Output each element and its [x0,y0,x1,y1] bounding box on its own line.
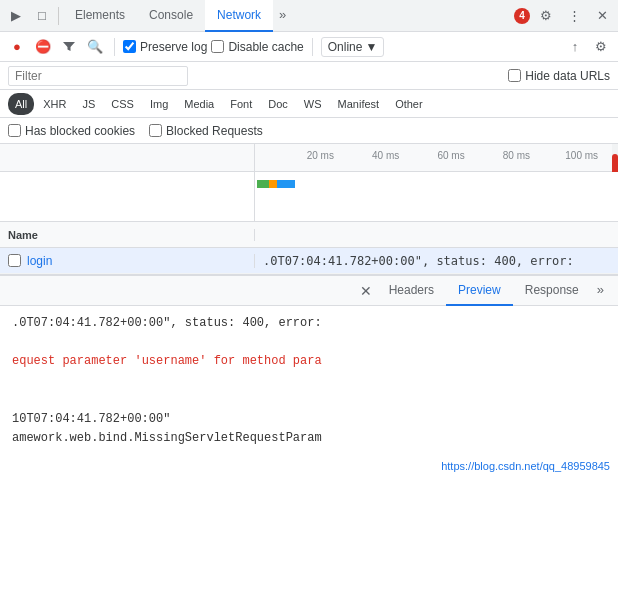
timeline-track: 20 ms 40 ms 60 ms 80 ms 100 ms [255,144,618,171]
tick-80ms: 80 ms [503,150,530,161]
tick-40ms: 40 ms [372,150,399,161]
scrollbar-indicator[interactable] [612,144,618,171]
type-filter-row: All XHR JS CSS Img Media Font Doc WS Man… [0,90,618,118]
preserve-log-label[interactable]: Preserve log [123,40,207,54]
preserve-log-checkbox[interactable] [123,40,136,53]
preview-line-3: equest parameter 'username' for method p… [12,352,606,371]
toolbar: ● ⛔ 🔍 Preserve log Disable cache Online … [0,32,618,62]
disable-cache-checkbox[interactable] [211,40,224,53]
tab-more[interactable]: » [273,0,292,32]
type-btn-all[interactable]: All [8,93,34,115]
inspect-icon[interactable]: □ [30,4,54,28]
detail-panel: ✕ Headers Preview Response » .0T07:04:41… [0,274,618,476]
detail-tab-response[interactable]: Response [513,276,591,306]
preview-line-2 [12,333,606,352]
blocked-requests-text: Blocked Requests [166,124,263,138]
tab-console[interactable]: Console [137,0,205,32]
more-options-icon[interactable]: ⋮ [562,4,586,28]
tab-bar: ▶ □ Elements Console Network » 4 ⚙ ⋮ ✕ [0,0,618,32]
filter-icon-button[interactable] [58,36,80,58]
type-btn-ws[interactable]: WS [297,93,329,115]
settings-icon[interactable]: ⚙ [534,4,558,28]
watermark: https://blog.csdn.net/qq_48959845 [0,456,618,476]
tab-network[interactable]: Network [205,0,273,32]
preview-line-5 [12,391,606,410]
detail-tab-more[interactable]: » [591,276,610,306]
type-btn-other[interactable]: Other [388,93,430,115]
timeline-header: 20 ms 40 ms 60 ms 80 ms 100 ms [0,144,618,172]
cursor-icon[interactable]: ▶ [4,4,28,28]
hide-data-urls-text: Hide data URLs [525,69,610,83]
request-list-header: Name [0,222,618,248]
import-button[interactable]: ↑ [564,36,586,58]
blocked-requests-label[interactable]: Blocked Requests [149,124,263,138]
type-btn-css[interactable]: CSS [104,93,141,115]
type-btn-xhr[interactable]: XHR [36,93,73,115]
detail-tabs: ✕ Headers Preview Response » [0,276,618,306]
tick-20ms: 20 ms [307,150,334,161]
login-checkbox[interactable] [8,254,21,267]
type-btn-js[interactable]: JS [75,93,102,115]
detail-tab-preview[interactable]: Preview [446,276,513,306]
timeline-chart-right [255,172,618,221]
preview-line-7: amework.web.bind.MissingServletRequestPa… [12,429,606,448]
preview-line-4 [12,372,606,391]
has-blocked-cookies-text: Has blocked cookies [25,124,135,138]
login-name-cell: login [0,254,255,268]
hide-data-urls-label[interactable]: Hide data URLs [508,69,610,83]
has-blocked-cookies-checkbox[interactable] [8,124,21,137]
main-tabs: Elements Console Network » [63,0,514,32]
login-response-preview: .0T07:04:41.782+00:00", status: 400, err… [255,254,618,268]
online-select[interactable]: Online ▼ [321,37,385,57]
clear-button[interactable]: ⛔ [32,36,54,58]
toolbar-sep-1 [114,38,115,56]
timeline-chart-left [0,172,255,221]
blocked-row: Has blocked cookies Blocked Requests [0,118,618,144]
preview-content: .0T07:04:41.782+00:00", status: 400, err… [0,306,618,456]
tick-100ms: 100 ms [565,150,598,161]
detail-close-button[interactable]: ✕ [355,280,377,302]
error-badge: 4 [514,8,530,24]
filter-row: Hide data URLs [0,62,618,90]
login-text: login [27,254,52,268]
request-list-area: Name login .0T07:04:41.782+00:00", statu… [0,222,618,274]
filter-input[interactable] [8,66,188,86]
online-label: Online [328,40,363,54]
timeline-name-col [0,144,255,171]
online-dropdown-icon: ▼ [365,40,377,54]
name-column-header: Name [0,229,255,241]
toolbar-sep-2 [312,38,313,56]
timeline-bar-request [277,180,295,188]
hide-data-urls-checkbox[interactable] [508,69,521,82]
type-btn-font[interactable]: Font [223,93,259,115]
tick-60ms: 60 ms [437,150,464,161]
timeline-chart [0,172,618,222]
close-devtools-icon[interactable]: ✕ [590,4,614,28]
has-blocked-cookies-label[interactable]: Has blocked cookies [8,124,135,138]
timeline-bar-dns [257,180,269,188]
highlight-username: username [142,354,200,368]
type-btn-manifest[interactable]: Manifest [331,93,387,115]
settings-toolbar-button[interactable]: ⚙ [590,36,612,58]
preview-line-1: .0T07:04:41.782+00:00", status: 400, err… [12,314,606,333]
timeline-bar-connect [269,180,277,188]
tab-elements[interactable]: Elements [63,0,137,32]
type-btn-img[interactable]: Img [143,93,175,115]
search-button[interactable]: 🔍 [84,36,106,58]
detail-tab-headers[interactable]: Headers [377,276,446,306]
disable-cache-text: Disable cache [228,40,303,54]
type-btn-media[interactable]: Media [177,93,221,115]
request-item-login[interactable]: login .0T07:04:41.782+00:00", status: 40… [0,248,618,274]
record-button[interactable]: ● [6,36,28,58]
blocked-requests-checkbox[interactable] [149,124,162,137]
disable-cache-label[interactable]: Disable cache [211,40,303,54]
type-btn-doc[interactable]: Doc [261,93,295,115]
preserve-log-text: Preserve log [140,40,207,54]
tab-bar-right: 4 ⚙ ⋮ ✕ [514,4,614,28]
preview-line-6: 10T07:04:41.782+00:00" [12,410,606,429]
tab-separator-1 [58,7,59,25]
tab-bar-left-icons: ▶ □ [4,4,54,28]
